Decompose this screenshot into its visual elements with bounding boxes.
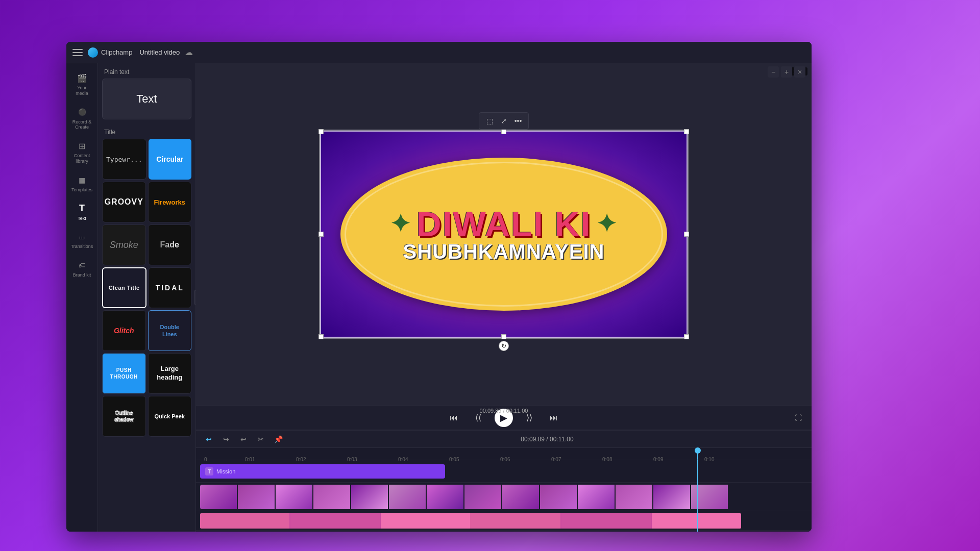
video-thumb-5[interactable] (351, 485, 388, 509)
skip-to-end-button[interactable]: ⏭ (546, 410, 562, 426)
style-fireworks[interactable]: Fireworks (148, 182, 192, 222)
style-push-through[interactable]: PUSHTHROUGH (102, 353, 146, 394)
style-tidal[interactable]: TIDAL (149, 267, 192, 308)
diwali-ki-text: ✦ DIWALI KI ✦ (390, 207, 618, 241)
title-row-1: Typewr... Circular (102, 139, 191, 180)
sidebar: 🎬 Your media ⚫ Record & Create ⊞ Content… (66, 63, 98, 532)
timeline-close-button[interactable]: × (794, 66, 805, 78)
video-track-row (196, 483, 812, 511)
video-thumb-2[interactable] (238, 485, 275, 509)
video-thumb-3[interactable] (276, 485, 312, 509)
style-circular[interactable]: Circular (149, 139, 192, 180)
style-groovy[interactable]: GROOVY (102, 182, 146, 222)
menu-button[interactable] (72, 49, 83, 56)
video-thumb-7[interactable] (427, 485, 463, 509)
redo-button[interactable]: ↪ (219, 433, 233, 446)
audio-track-clips-area (196, 511, 812, 530)
video-thumb-13[interactable] (653, 485, 690, 509)
cloud-save-icon[interactable]: ☁ (185, 47, 193, 57)
video-thumb-6[interactable] (389, 485, 426, 509)
audio-thumb-1[interactable] (200, 513, 289, 529)
audio-thumb-6[interactable] (652, 513, 741, 529)
skip-to-start-button[interactable]: ⏮ (446, 410, 462, 426)
video-thumb-10[interactable] (540, 485, 577, 509)
canvas-background: ✦ DIWALI KI ✦ SHUBHKAMNAYEIN (320, 131, 688, 338)
style-typewriter-label: Typewr... (106, 156, 142, 163)
audio-thumb-2[interactable] (290, 513, 380, 529)
resize-button[interactable]: ⤢ (498, 115, 510, 127)
main-content: 🎬 Your media ⚫ Record & Create ⊞ Content… (66, 63, 812, 532)
text-track-clips-area: Mission (196, 460, 812, 482)
sidebar-item-transitions[interactable]: ⧢ Transitions (69, 227, 95, 254)
style-clean-title[interactable]: Clean Title (102, 267, 146, 308)
sidebar-item-record-create[interactable]: ⚫ Record & Create (69, 103, 95, 135)
style-push-through-label: PUSHTHROUGH (110, 367, 138, 380)
video-thumb-14[interactable] (691, 485, 728, 509)
video-thumb-1[interactable] (200, 485, 237, 509)
audio-thumb-3[interactable] (381, 513, 470, 529)
style-double-lines[interactable]: DoubleLines (148, 310, 192, 351)
audio-track-row (196, 511, 812, 531)
sidebar-item-text[interactable]: T Text (69, 199, 95, 226)
sidebar-label-text: Text (78, 216, 86, 221)
title-row-4: Clean Title TIDAL (102, 267, 191, 308)
text-track-clip-mission[interactable]: Mission (200, 464, 445, 479)
zoom-in-button[interactable]: + (781, 66, 792, 78)
plain-text-row: Text (102, 79, 191, 119)
sidebar-label-content-library: Content library (71, 153, 93, 164)
sidebar-item-your-media[interactable]: 🎬 Your media (69, 68, 95, 101)
sidebar-item-brand-kit[interactable]: 🏷 Brand kit (69, 256, 95, 282)
title-row-3: Smoke Fade (102, 224, 191, 265)
tracks-playhead (697, 460, 698, 532)
video-thumb-11[interactable] (578, 485, 615, 509)
templates-icon: ▦ (77, 174, 88, 186)
video-canvas[interactable]: ✦ DIWALI KI ✦ SHUBHKAMNAYEIN (319, 130, 689, 339)
style-smoke[interactable]: Smoke (102, 224, 146, 265)
style-smoke-label: Smoke (110, 240, 138, 251)
sidebar-label-record-create: Record & Create (71, 119, 93, 131)
style-quick-peek[interactable]: Quick Peek (148, 396, 192, 437)
diwali-ellipse: ✦ DIWALI KI ✦ SHUBHKAMNAYEIN (340, 158, 667, 311)
style-outline-shadow[interactable]: Outlineshadow (102, 396, 146, 437)
plain-text-grid: Text (98, 79, 195, 123)
video-thumb-8[interactable] (464, 485, 501, 509)
video-thumb-12[interactable] (616, 485, 652, 509)
zoom-controls: − + × (768, 66, 805, 78)
video-track-clips-area (196, 483, 812, 511)
brand-kit-icon: 🏷 (77, 260, 88, 271)
audio-thumb-5[interactable] (561, 513, 651, 529)
style-large-heading-label: Large heading (149, 365, 191, 382)
sidebar-item-content-library[interactable]: ⊞ Content library (69, 136, 95, 168)
title-row-5: Glitch DoubleLines (102, 310, 191, 351)
more-options-button[interactable]: ••• (512, 115, 524, 127)
video-title[interactable]: Untitled video (139, 48, 180, 56)
sidebar-item-templates[interactable]: ▦ Templates (69, 170, 95, 197)
video-thumb-9[interactable] (502, 485, 539, 509)
rotate-handle[interactable]: ↻ (499, 341, 509, 351)
sidebar-label-transitions: Transitions (71, 244, 93, 249)
style-large-heading[interactable]: Large heading (148, 353, 192, 394)
style-glitch-label: Glitch (114, 327, 134, 335)
sidebar-label-templates: Templates (71, 187, 92, 193)
style-typewriter[interactable]: Typewr... (102, 139, 146, 180)
audio-thumb-4[interactable] (471, 513, 560, 529)
crop-button[interactable]: ⬚ (483, 115, 496, 127)
style-glitch[interactable]: Glitch (102, 310, 146, 351)
cut-button[interactable]: ✂ (254, 433, 267, 446)
video-thumb-4[interactable] (313, 485, 350, 509)
style-fade[interactable]: Fade (148, 224, 192, 265)
diwali-ki-label: DIWALI KI (416, 207, 592, 241)
style-circular-label: Circular (156, 155, 183, 163)
style-outline-shadow-label: Outlineshadow (114, 410, 133, 423)
snapping-button[interactable]: 📌 (272, 433, 285, 446)
undo-alt-button[interactable]: ↩ (237, 433, 250, 446)
title-row-2: GROOVY Fireworks (102, 182, 191, 222)
undo-button[interactable]: ↩ (202, 433, 215, 446)
diwali-graphic[interactable]: ✦ DIWALI KI ✦ SHUBHKAMNAYEIN (340, 158, 667, 311)
fullscreen-button[interactable]: ⛶ (791, 411, 805, 425)
app-window: Clipchamp Untitled video ☁ 🎬 Your media … (66, 42, 812, 532)
timeline-area: ↩ ↪ ↩ ✂ 📌 00:09.89 / 00:11.00 − + × (196, 430, 812, 532)
timeline-time-display: 00:09.89 / 00:11.00 (289, 436, 805, 443)
zoom-out-button[interactable]: − (768, 66, 779, 78)
style-text[interactable]: Text (102, 79, 191, 119)
